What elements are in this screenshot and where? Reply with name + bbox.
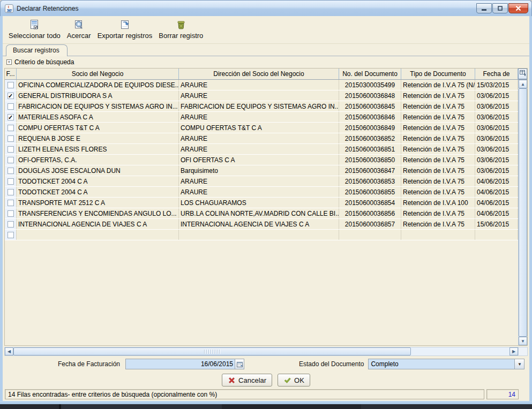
scroll-right-icon[interactable]: ▶ (509, 347, 518, 355)
cell-direccion: ARAURE (179, 133, 339, 143)
table-row[interactable]: TODOTICKET 2004 C AARAURE20150600036853R… (5, 176, 518, 187)
zoom-button[interactable]: Acercar (64, 17, 94, 41)
row-checkbox[interactable] (8, 125, 14, 131)
row-checkbox[interactable] (8, 168, 14, 174)
cell-tipo: Retención de I.V.A 75 (401, 101, 475, 111)
vertical-scrollbar[interactable]: ▲ ▼ (518, 80, 527, 345)
horizontal-scrollbar[interactable]: ◀ ▶ (4, 347, 528, 356)
table-empty-area (5, 240, 518, 345)
cell-fecha: 04/06/2015 (475, 187, 518, 197)
expand-criteria-icon[interactable]: + (6, 59, 12, 65)
cell-fecha: 04/06/2015 (475, 198, 518, 208)
select-all-label: Seleccionar todo (9, 32, 61, 40)
cell-direccion: FABRICACION DE EQUIPOS Y SISTEMAS AGRO I… (179, 101, 339, 111)
row-checkbox[interactable] (8, 103, 14, 110)
row-checkbox[interactable] (8, 135, 14, 142)
row-checkbox[interactable] (8, 189, 14, 195)
cell-tipo: Retención de I.V.A 75 (401, 123, 475, 133)
cell-fecha: 03/06/2015 (475, 133, 518, 143)
cell-tipo: Retención de I.V.A 75 (401, 155, 475, 165)
table-row[interactable]: OFI-OFERTAS, C.A.OFI OFERTAS C A20150600… (5, 155, 518, 165)
cell-fecha: 04/06/2015 (475, 208, 518, 218)
combobox-dropdown-icon[interactable]: ▼ (514, 359, 524, 369)
app-window: Declarar Retenciones (0, 0, 532, 409)
column-header-documento[interactable]: No. del Documento (339, 69, 401, 79)
cell-direccion: URB.LA COLINA NORTE,AV.MADRID CON CALLE … (179, 208, 339, 218)
column-header-direccion[interactable]: Dirección del Socio del Negocio (179, 69, 339, 79)
delete-record-label: Borrar registro (159, 32, 203, 40)
cell-tipo: Retención de I.V.A 75 (N/C) (401, 80, 475, 90)
cell-documento: 20150600036853 (339, 176, 401, 186)
select-all-button[interactable]: Seleccionar todo (6, 17, 63, 41)
table-row[interactable]: ✓GENERAL DISTRIBUIDORA S AARAURE20150600… (5, 90, 518, 101)
cell-fecha: 03/06/2015 (475, 123, 518, 133)
row-checkbox[interactable] (8, 200, 14, 206)
maximize-button[interactable] (492, 3, 508, 13)
row-checkbox[interactable] (8, 210, 14, 217)
scroll-up-icon[interactable]: ▲ (519, 80, 527, 88)
row-checkbox[interactable] (8, 221, 14, 228)
cell-direccion: ARAURE (179, 144, 339, 154)
column-options-button[interactable] (518, 69, 527, 79)
row-checkbox-checked[interactable]: ✓ (8, 114, 14, 120)
window-title: Declarar Retenciones (17, 5, 476, 12)
cell-direccion: OFI OFERTAS C A (179, 155, 339, 165)
cell-fecha: 03/06/2015 (475, 101, 518, 111)
cell-socio: OFI-OFERTAS, C.A. (17, 155, 179, 165)
scrollbar-corner (518, 347, 527, 355)
column-header-socio[interactable]: Socio del Negocio (17, 69, 179, 79)
cell-documento: 20150600036849 (339, 123, 401, 133)
cell-fecha: 03/06/2015 (475, 144, 518, 154)
table-row[interactable]: REQUENA B JOSE EARAURE20150600036852Rete… (5, 133, 518, 144)
estado-documento-combobox[interactable]: Completo ▼ (368, 359, 524, 369)
column-header-fecha[interactable]: Fecha de (475, 69, 518, 79)
row-checkbox[interactable] (8, 157, 14, 163)
cell-fecha: 15/06/2015 (475, 219, 518, 229)
row-checkbox-checked[interactable]: ✓ (8, 93, 14, 99)
horizontal-scrollbar-thumb[interactable] (13, 347, 411, 355)
cell-fecha: 03/06/2015 (475, 112, 518, 122)
table-row[interactable]: ✓MATERIALES ASOFA C AARAURE2015060003684… (5, 112, 518, 123)
tab-buscar-registros[interactable]: Buscar registros (6, 44, 68, 56)
table-row[interactable]: TODOTICKET 2004 C AARAURE20150600036855R… (5, 187, 518, 198)
fecha-facturacion-field[interactable]: 16/06/2015 (125, 359, 244, 369)
scroll-down-icon[interactable]: ▼ (519, 337, 527, 345)
table-row[interactable]: TRANSFERENCIAS Y ENCOMIENDAS ANGULO LO..… (5, 208, 518, 219)
toolbar: Seleccionar todo Acercar (3, 16, 529, 44)
table-row[interactable]: TRANSPORTE MAT 2512 C ALOS CHAGUARAMOS20… (5, 198, 518, 208)
cell-tipo: Retención de I.V.A 75 (401, 90, 475, 101)
close-button[interactable] (508, 3, 528, 13)
table-row[interactable] (5, 230, 518, 240)
cell-socio: LIZETH ELENA ESIS FLORES (17, 144, 179, 154)
estado-documento-label: Estado del Documento (299, 360, 364, 368)
cell-socio: REQUENA B JOSE E (17, 133, 179, 143)
table-row[interactable]: DOUGLAS JOSE ESCALONA DUNBarquisimeto201… (5, 165, 518, 176)
select-all-icon (28, 19, 40, 31)
scroll-left-icon[interactable]: ◀ (5, 347, 13, 355)
horizontal-scrollbar-track[interactable] (411, 347, 509, 355)
row-checkbox[interactable] (8, 82, 14, 88)
row-checkbox[interactable] (8, 146, 14, 153)
delete-record-button[interactable]: Borrar registro (156, 17, 206, 41)
calendar-button[interactable] (235, 359, 244, 369)
row-checkbox[interactable] (8, 232, 14, 238)
ok-button[interactable]: OK (278, 374, 310, 387)
cell-tipo: Retención de I.V.A 75 (401, 187, 475, 197)
cell-documento: 20150600036856 (339, 208, 401, 218)
cell-documento: 20150600036851 (339, 144, 401, 154)
column-header-tipo[interactable]: Tipo de Documento (401, 69, 475, 79)
table-row[interactable]: COMPU OFERTAS T&T C ACOMPU OFERTAS T&T C… (5, 123, 518, 133)
row-checkbox[interactable] (8, 178, 14, 185)
fecha-facturacion-label: Fecha de Facturación (55, 360, 120, 368)
export-records-button[interactable]: Exportar registros (95, 17, 155, 41)
column-header-selected[interactable]: F... (5, 69, 17, 79)
cell-direccion: ARAURE (179, 80, 339, 90)
table-row[interactable]: INTERNACIONAL AGENCIA DE VIAJES C AINTER… (5, 219, 518, 230)
table-row[interactable]: FABRICACION DE EQUIPOS Y SISTEMAS AGRO I… (5, 101, 518, 112)
vertical-scrollbar-thumb[interactable] (519, 88, 527, 337)
cancel-button[interactable]: Cancelar (222, 374, 272, 387)
minimize-button[interactable] (476, 3, 492, 13)
table-row[interactable]: OFICINA COMERCIALIZADORA DE EQUIPOS DIES… (5, 80, 518, 90)
table-row[interactable]: LIZETH ELENA ESIS FLORESARAURE2015060003… (5, 144, 518, 155)
cell-tipo: Retención de I.V.A 75 (401, 112, 475, 122)
